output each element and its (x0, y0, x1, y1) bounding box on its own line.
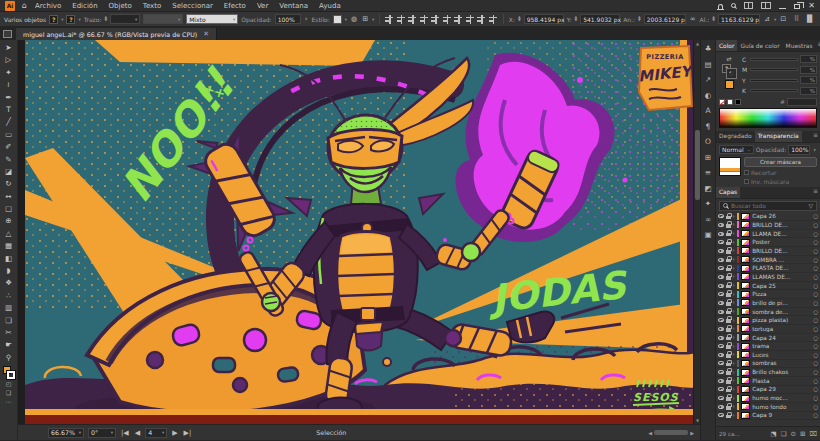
close-button[interactable]: ✕ (808, 2, 815, 10)
layer-row[interactable]: ›Poster○ (716, 238, 820, 247)
lock-icon[interactable] (726, 233, 731, 237)
menu-ayuda[interactable]: Ayuda (318, 2, 342, 10)
layer-thumbnail[interactable] (741, 403, 750, 410)
align-icon-9[interactable] (489, 15, 498, 24)
home-icon[interactable]: ⌂ (22, 1, 27, 10)
menu-efecto[interactable]: Efecto (223, 2, 247, 10)
layer-thumbnail[interactable] (741, 360, 750, 367)
expand-arrow-icon[interactable]: › (733, 222, 735, 227)
layer-name[interactable]: BRILLO DE... (752, 222, 811, 228)
expand-arrow-icon[interactable]: › (733, 309, 735, 314)
fill-dropdown-arrow[interactable]: ▾ (61, 17, 63, 22)
style-swatch[interactable] (333, 15, 342, 24)
visibility-eye-icon[interactable] (718, 301, 724, 305)
horizontal-scrollbar[interactable]: ◀ ▶ (648, 430, 694, 436)
visibility-eye-icon[interactable] (718, 405, 724, 409)
last-artboard-icon[interactable]: ▶| (183, 429, 193, 437)
lock-icon[interactable] (726, 250, 731, 254)
layer-thumbnail[interactable] (741, 291, 750, 298)
layer-target-icon[interactable]: ○ (813, 248, 818, 254)
layer-row[interactable]: ›LLAMAS DE...○ (716, 273, 820, 282)
expand-arrow-icon[interactable]: › (733, 318, 735, 323)
opacity-field[interactable]: 100% (275, 14, 301, 24)
align-icon-7[interactable] (466, 15, 475, 24)
layer-name[interactable]: Capa 24 (752, 335, 811, 341)
symbol-sprayer-tool[interactable]: ∴ (6, 290, 11, 302)
layer-target-icon[interactable]: ○ (813, 274, 818, 280)
visibility-eye-icon[interactable] (718, 413, 724, 417)
layer-target-icon[interactable]: ○ (813, 283, 818, 289)
expand-arrow-icon[interactable]: › (733, 370, 735, 375)
white-swatch[interactable] (727, 99, 733, 105)
layer-target-icon[interactable]: ○ (813, 257, 818, 263)
notifications-bell-icon[interactable] (718, 4, 723, 9)
blend-tool[interactable]: ❖ (5, 277, 12, 289)
visibility-eye-icon[interactable] (718, 353, 724, 357)
channel-slider[interactable] (750, 79, 798, 82)
layer-thumbnail[interactable] (741, 334, 750, 341)
delete-layer-icon[interactable]: ⌧ (810, 430, 818, 438)
free-transform-tool[interactable]: ▢ (5, 203, 12, 215)
tab-transparencia[interactable]: Transparencia (755, 131, 802, 142)
swap-fill-stroke-icon[interactable]: ⇄ (726, 55, 731, 62)
transparency-opacity-field[interactable]: 100% (788, 145, 810, 155)
visibility-eye-icon[interactable] (718, 318, 724, 322)
layer-name[interactable]: Poster (752, 239, 811, 245)
layer-row[interactable]: ›BRILLO DE...○ (716, 221, 820, 230)
lock-icon[interactable] (726, 328, 731, 332)
align-icon-0[interactable] (385, 15, 394, 24)
layer-name[interactable]: pizza plasta) (752, 317, 811, 323)
layer-target-icon[interactable]: ○ (813, 352, 818, 358)
transform-panel-icon[interactable]: ⊞ (705, 153, 711, 162)
layer-target-icon[interactable]: ○ (813, 395, 818, 401)
layer-row[interactable]: ›humo fondo○ (716, 403, 820, 412)
make-mask-button[interactable]: Crear máscara (744, 157, 817, 167)
layer-target-icon[interactable]: ○ (813, 412, 818, 418)
align-icon-4[interactable] (431, 15, 440, 24)
mesh-tool[interactable]: ▦ (5, 240, 12, 252)
channel-value-field[interactable]: % (800, 66, 817, 74)
layer-row[interactable]: ›tortuga○ (716, 325, 820, 334)
slice-tool[interactable]: ✂ (5, 327, 11, 339)
expand-arrow-icon[interactable]: › (733, 292, 735, 297)
layer-target-icon[interactable]: ○ (813, 378, 818, 384)
channel-value-field[interactable]: % (800, 76, 817, 84)
color-menu-icon[interactable]: ≡ (815, 40, 820, 51)
layer-name[interactable]: humo fondo (752, 404, 811, 410)
type-tool[interactable]: T (6, 104, 11, 116)
menu-objeto[interactable]: Objeto (108, 2, 133, 10)
lock-icon[interactable] (726, 319, 731, 323)
layer-row[interactable]: ›brillo de pi...○ (716, 299, 820, 308)
layer-target-icon[interactable]: ○ (813, 213, 818, 219)
transparency-thumbnail[interactable] (719, 157, 741, 176)
layer-name[interactable]: humo moc... (752, 395, 811, 401)
invert-mask-checkbox[interactable] (744, 179, 749, 184)
scroll-left-icon[interactable]: ◀ (648, 430, 652, 436)
pencil-tool[interactable]: ✎ (5, 154, 11, 166)
stroke-panel-icon[interactable]: ∞ (705, 215, 711, 224)
layer-row[interactable]: ›LLAMA DE...○ (716, 230, 820, 239)
layer-thumbnail[interactable] (741, 351, 750, 358)
expand-arrow-icon[interactable]: › (733, 266, 735, 271)
layer-target-icon[interactable]: ○ (813, 222, 818, 228)
symbols-panel-icon[interactable]: ♣ (705, 44, 712, 53)
lock-icon[interactable] (726, 337, 731, 341)
selection-tool[interactable]: ➤ (5, 42, 11, 54)
align-icon-6[interactable] (454, 15, 463, 24)
hand-tool[interactable]: ☛ (5, 339, 12, 351)
tab-degradado[interactable]: Degradado (716, 131, 755, 142)
tab-bar-icon[interactable] (3, 30, 12, 38)
expand-arrow-icon[interactable]: › (733, 231, 735, 236)
layer-row[interactable]: ›Capa 26○ (716, 213, 820, 222)
toolbar-color-swatches[interactable] (3, 366, 15, 379)
minimize-button[interactable] (779, 2, 786, 9)
layers-menu-icon[interactable]: ≡ (811, 187, 820, 198)
layers-search-input[interactable] (731, 203, 793, 209)
align-icon-5[interactable] (443, 15, 452, 24)
expand-arrow-icon[interactable]: › (733, 387, 735, 392)
constrain-proportions-icon[interactable]: ∞ (689, 15, 697, 23)
filter-icon[interactable]: ▽ (808, 202, 813, 209)
layer-row[interactable]: ›PLASTA DE...○ (716, 264, 820, 273)
layer-row[interactable]: ›BRILLO DE...○ (716, 247, 820, 256)
expand-arrow-icon[interactable]: › (733, 413, 735, 418)
